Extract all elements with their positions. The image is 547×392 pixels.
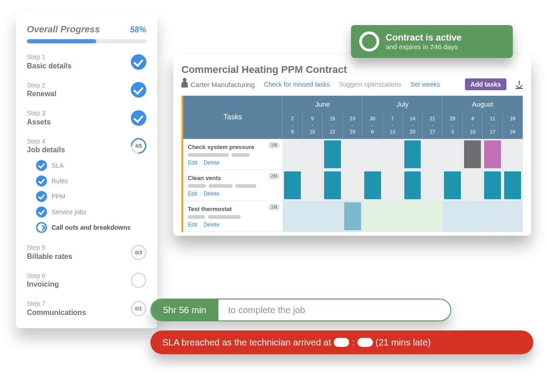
month-header: July (363, 96, 443, 113)
step-name[interactable]: Invoicing (27, 280, 59, 289)
frequency-badge: 1M (268, 204, 280, 211)
week-header: 7-13 (383, 113, 403, 139)
schedule-cell[interactable] (463, 170, 483, 201)
set-weeks-link[interactable]: Set weeks (411, 81, 440, 88)
week-header: 18-24 (503, 113, 523, 139)
schedule-cell[interactable] (363, 201, 383, 232)
schedule-cell[interactable] (303, 170, 323, 201)
progress-percent: 58% (130, 25, 146, 35)
ppm-schedule-card: Commercial Heating PPM Contract Carter M… (173, 55, 531, 236)
step-name[interactable]: Communications (27, 308, 86, 317)
delete-link[interactable]: Delete (204, 222, 220, 228)
step-num: Step 5 (27, 244, 72, 252)
schedule-cell[interactable] (463, 201, 483, 232)
chevron-right-icon (36, 222, 47, 233)
ppm-title: Commercial Heating PPM Contract (181, 64, 523, 76)
step-name[interactable]: Renewal (27, 89, 57, 98)
add-tasks-button[interactable]: Add tasks (465, 78, 506, 90)
substep-current[interactable]: Call outs and breakdowns (36, 222, 146, 233)
schedule-cell[interactable] (363, 139, 383, 170)
progress-panel: Overall Progress 58% Step 1Basic details… (16, 11, 157, 328)
substep[interactable]: Rules (36, 175, 146, 186)
progress-ring: 0/3 (131, 245, 146, 260)
schedule-cell[interactable] (383, 139, 403, 170)
step-num: Step 2 (27, 82, 57, 90)
task-name: Check system pressure (188, 144, 278, 150)
schedule-cell[interactable] (403, 170, 423, 201)
step-num: Step 6 (27, 272, 59, 280)
progress-ring: 0/1 (131, 301, 146, 316)
step-num: Step 3 (27, 109, 51, 118)
step-name[interactable]: Billable rates (27, 252, 72, 261)
badge-subtitle: and expires in 246 days (386, 43, 462, 51)
schedule-cell[interactable] (303, 201, 323, 232)
suggest-optimizations[interactable]: Suggest optimizations (339, 81, 402, 88)
check-icon (131, 82, 146, 98)
substep[interactable]: SLA (36, 160, 146, 171)
customer-chip[interactable]: Carter Manufacturing (181, 81, 255, 88)
substep[interactable]: PPM (36, 191, 146, 202)
check-icon (131, 54, 146, 70)
schedule-cell[interactable] (423, 170, 443, 201)
task-row: Test thermostat 1M EditDelete (183, 201, 283, 232)
schedule-cell[interactable] (343, 170, 363, 201)
schedule-cell[interactable] (443, 139, 463, 170)
contract-active-badge: Contract is active and expires in 246 da… (351, 25, 513, 58)
week-header: 14-20 (403, 113, 423, 139)
schedule-cell[interactable] (343, 139, 363, 170)
week-header: 21-27 (423, 113, 443, 139)
step-name[interactable]: Job details (27, 145, 65, 155)
week-header: 4-10 (463, 113, 483, 139)
user-icon (181, 81, 188, 88)
progress-bar (27, 39, 146, 43)
schedule-cell[interactable] (483, 170, 503, 201)
step-name[interactable]: Basic details (27, 62, 72, 71)
schedule-cell[interactable] (503, 139, 523, 170)
frequency-badge: 2M (268, 173, 280, 180)
schedule-cell[interactable] (283, 170, 303, 201)
schedule-cell[interactable] (443, 170, 463, 201)
redacted-minute (357, 338, 373, 347)
schedule-cell[interactable] (403, 139, 423, 170)
schedule-cell[interactable] (303, 139, 323, 170)
schedule-cell[interactable] (463, 139, 483, 170)
week-header: 2-8 (283, 113, 303, 139)
month-header: June (283, 96, 363, 113)
schedule-cell[interactable] (363, 170, 383, 201)
schedule-cell[interactable] (503, 170, 523, 201)
schedule-cell[interactable] (443, 201, 463, 232)
schedule-cell[interactable] (383, 170, 403, 201)
schedule-cell[interactable] (483, 139, 503, 170)
week-header: 28-3 (443, 113, 463, 139)
check-missed-link[interactable]: Check for missed tasks (264, 81, 330, 88)
delete-link[interactable]: Delete (204, 191, 220, 197)
schedule-cell[interactable] (283, 139, 303, 170)
progress-ring: 4/5 (131, 138, 146, 154)
substep[interactable]: Service jobs (36, 206, 146, 217)
delete-link[interactable]: Delete (204, 160, 220, 166)
check-icon (131, 110, 146, 126)
schedule-cell[interactable] (403, 201, 423, 232)
step-name[interactable]: Assets (27, 118, 51, 127)
edit-link[interactable]: Edit (188, 191, 197, 197)
edit-link[interactable]: Edit (188, 222, 197, 228)
schedule-cell[interactable] (423, 139, 443, 170)
schedule-cell[interactable] (383, 201, 403, 232)
schedule-cell[interactable] (423, 201, 443, 232)
schedule-cell[interactable] (503, 201, 523, 232)
schedule-cell[interactable] (483, 201, 503, 232)
schedule-cell[interactable] (323, 139, 343, 170)
tasks-column-header: Tasks (183, 96, 283, 139)
download-icon[interactable] (516, 81, 523, 88)
edit-link[interactable]: Edit (188, 160, 197, 166)
check-icon (36, 206, 47, 217)
week-header: 30-6 (363, 113, 383, 139)
breach-text-suffix: (21 mins late) (376, 337, 431, 348)
sla-breach-pill: SLA breached as the technician arrived a… (150, 330, 533, 354)
schedule-cell[interactable] (283, 201, 303, 232)
schedule-cell[interactable] (323, 201, 343, 232)
schedule-cell[interactable] (323, 170, 343, 201)
task-row: Clean vents 2M EditDelete (183, 170, 283, 201)
schedule-cell[interactable] (343, 201, 363, 232)
redacted-hour (334, 338, 349, 347)
